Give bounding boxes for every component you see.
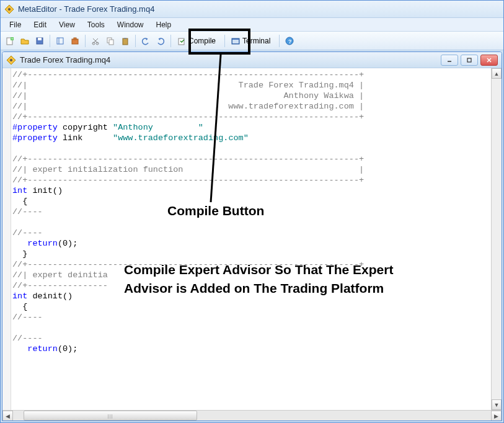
horizontal-scrollbar[interactable]: ◀ ▶	[2, 410, 502, 421]
scroll-up-button[interactable]: ▲	[492, 68, 502, 79]
save-button[interactable]	[33, 34, 46, 48]
toolbox-button[interactable]	[68, 34, 82, 48]
svg-rect-16	[109, 40, 113, 45]
help-button[interactable]: ?	[283, 34, 296, 48]
gutter	[2, 68, 11, 410]
editor-titlebar: Trade Forex Trading.mq4	[2, 52, 502, 68]
menu-view[interactable]: View	[53, 19, 81, 30]
code-editor[interactable]: //+-------------------------------------…	[2, 68, 502, 410]
cut-button[interactable]	[89, 34, 102, 48]
new-file-button[interactable]: +	[3, 34, 17, 48]
separator	[85, 35, 86, 47]
menubar: File Edit View Tools Window Help	[1, 18, 503, 32]
vertical-scrollbar[interactable]: ▲ ▼	[491, 68, 502, 410]
menu-file[interactable]: File	[3, 19, 27, 30]
app-icon	[4, 4, 14, 14]
separator	[135, 35, 136, 47]
compile-icon	[177, 37, 186, 45]
compile-button[interactable]: Compile	[174, 34, 221, 48]
document-area: Trade Forex Trading.mq4 //+-------------…	[1, 50, 503, 422]
scroll-right-button[interactable]: ▶	[491, 411, 502, 421]
terminal-icon	[231, 37, 240, 45]
app-title: MetaEditor - Trade Forex Trading.mq4	[18, 4, 154, 14]
menu-window[interactable]: Window	[111, 19, 150, 30]
editor-window: Trade Forex Trading.mq4 //+-------------…	[2, 51, 502, 421]
svg-text:?: ?	[288, 38, 292, 45]
svg-rect-27	[467, 58, 471, 62]
maximize-button[interactable]	[461, 55, 478, 66]
toolbar: + Compile Terminal ?	[1, 32, 503, 50]
svg-rect-7	[57, 38, 63, 44]
navigator-button[interactable]	[53, 34, 67, 48]
separator	[279, 35, 280, 47]
app-window: MetaEditor - Trade Forex Trading.mq4 Fil…	[0, 0, 504, 423]
paste-button[interactable]	[118, 34, 132, 48]
code-content[interactable]: //+-------------------------------------…	[11, 68, 491, 410]
document-icon	[6, 55, 16, 65]
svg-text:+: +	[11, 37, 14, 40]
svg-rect-10	[74, 38, 76, 40]
svg-point-1	[8, 8, 11, 11]
scroll-down-button[interactable]: ▼	[492, 399, 502, 410]
copy-button[interactable]	[104, 34, 117, 48]
redo-button[interactable]	[154, 34, 167, 48]
compile-label: Compile	[188, 37, 216, 45]
separator	[224, 35, 225, 47]
scroll-left-button[interactable]: ◀	[2, 411, 13, 421]
undo-button[interactable]	[139, 34, 153, 48]
terminal-label: Terminal	[242, 37, 270, 45]
svg-rect-17	[123, 38, 128, 45]
separator	[50, 35, 50, 47]
scroll-thumb[interactable]	[24, 411, 197, 421]
open-file-button[interactable]	[18, 34, 32, 48]
document-title: Trade Forex Trading.mq4	[20, 55, 441, 65]
menu-tools[interactable]: Tools	[81, 19, 111, 30]
svg-rect-18	[124, 38, 126, 39]
close-button[interactable]	[480, 55, 498, 66]
svg-point-25	[10, 59, 12, 61]
scroll-track-h[interactable]	[197, 411, 491, 421]
terminal-button[interactable]: Terminal	[228, 34, 276, 48]
separator	[170, 35, 171, 47]
menu-edit[interactable]: Edit	[27, 19, 53, 30]
svg-rect-21	[232, 40, 239, 43]
scroll-track[interactable]	[492, 79, 502, 399]
menu-help[interactable]: Help	[150, 19, 178, 30]
minimize-button[interactable]	[441, 55, 458, 66]
svg-rect-6	[38, 38, 42, 40]
titlebar: MetaEditor - Trade Forex Trading.mq4	[1, 1, 503, 18]
window-controls	[441, 55, 498, 66]
